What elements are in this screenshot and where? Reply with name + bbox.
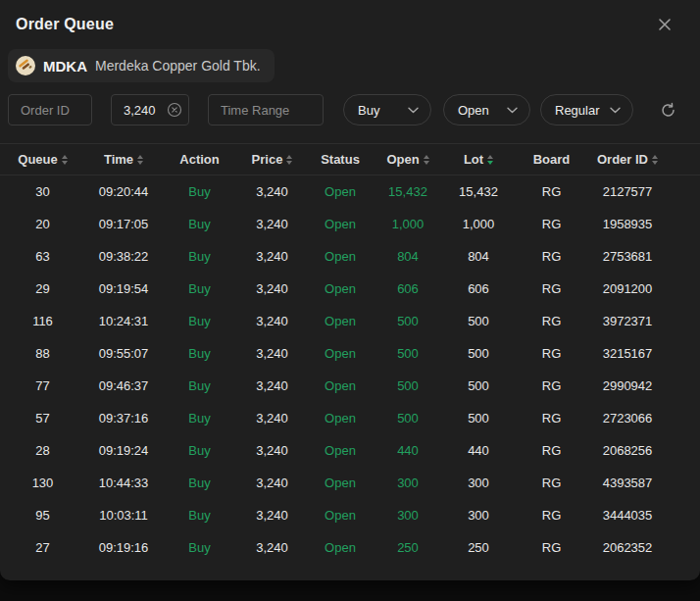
table-row: 2909:19:54Buy3,240Open606606RG2091200 bbox=[0, 273, 700, 305]
sort-icon bbox=[487, 155, 493, 165]
stock-badge-row: MDKA Merdeka Copper Gold Tbk. bbox=[0, 35, 700, 82]
cell-lot: 500 bbox=[442, 370, 515, 402]
cell-action: Buy bbox=[162, 305, 237, 337]
cell-order-id: 2062352 bbox=[588, 531, 700, 564]
cell-open: 440 bbox=[374, 434, 442, 467]
sort-icon bbox=[286, 155, 292, 165]
cell-status: Open bbox=[307, 531, 374, 564]
cell-order-id: 1958935 bbox=[588, 208, 700, 240]
cell-action: Buy bbox=[162, 337, 237, 370]
table-header-row: QueueTimeActionPriceStatusOpenLotBoardOr… bbox=[0, 144, 700, 175]
cell-queue: 29 bbox=[0, 273, 85, 305]
cell-time: 10:03:11 bbox=[85, 499, 162, 531]
cell-status: Open bbox=[307, 240, 374, 273]
column-header-lot[interactable]: Lot bbox=[442, 144, 515, 175]
cell-status: Open bbox=[307, 370, 374, 402]
clear-price-button[interactable] bbox=[167, 102, 182, 118]
cell-queue: 57 bbox=[0, 402, 85, 434]
cell-lot: 606 bbox=[442, 273, 515, 305]
cell-lot: 15,432 bbox=[442, 175, 515, 208]
cell-board: RG bbox=[515, 337, 588, 370]
cell-queue: 130 bbox=[0, 467, 85, 499]
cell-time: 09:19:54 bbox=[85, 273, 162, 305]
cell-status: Open bbox=[307, 337, 374, 370]
cell-time: 09:19:24 bbox=[85, 434, 162, 467]
cell-action: Buy bbox=[162, 273, 237, 305]
side-select-value: Buy bbox=[358, 103, 379, 118]
chevron-down-icon bbox=[408, 107, 419, 114]
column-label: Action bbox=[179, 152, 219, 167]
cell-action: Buy bbox=[162, 499, 237, 531]
cell-order-id: 2990942 bbox=[588, 370, 700, 402]
cell-price: 3,240 bbox=[237, 337, 307, 370]
column-header-price[interactable]: Price bbox=[237, 144, 307, 175]
column-label: Lot bbox=[464, 152, 483, 167]
cell-price: 3,240 bbox=[237, 467, 307, 499]
cell-open: 500 bbox=[374, 337, 442, 370]
cell-order-id: 2753681 bbox=[588, 240, 700, 273]
cell-board: RG bbox=[515, 208, 588, 240]
column-label: Open bbox=[386, 152, 419, 167]
cell-price: 3,240 bbox=[237, 370, 307, 402]
cell-time: 09:46:37 bbox=[85, 370, 162, 402]
order-id-input[interactable] bbox=[8, 94, 92, 125]
column-label: Status bbox=[321, 152, 360, 167]
time-range-input[interactable] bbox=[208, 94, 324, 125]
cell-price: 3,240 bbox=[237, 531, 307, 564]
cell-time: 09:55:07 bbox=[85, 337, 162, 370]
cell-action: Buy bbox=[162, 370, 237, 402]
cell-price: 3,240 bbox=[237, 499, 307, 531]
table-row: 2809:19:24Buy3,240Open440440RG2068256 bbox=[0, 434, 700, 467]
table-row: 5709:37:16Buy3,240Open500500RG2723066 bbox=[0, 402, 700, 434]
cell-board: RG bbox=[515, 273, 588, 305]
cell-price: 3,240 bbox=[237, 305, 307, 337]
cell-board: RG bbox=[515, 531, 588, 564]
cell-time: 09:19:16 bbox=[85, 531, 162, 564]
cell-queue: 88 bbox=[0, 337, 85, 370]
column-header-board: Board bbox=[515, 144, 588, 175]
cell-order-id: 2127577 bbox=[588, 175, 700, 208]
cell-order-id: 3972371 bbox=[588, 305, 700, 337]
table-row: 6309:38:22Buy3,240Open804804RG2753681 bbox=[0, 240, 700, 273]
cell-open: 1,000 bbox=[374, 208, 442, 240]
cell-board: RG bbox=[515, 467, 588, 499]
cell-action: Buy bbox=[162, 240, 237, 273]
table-row: 7709:46:37Buy3,240Open500500RG2990942 bbox=[0, 370, 700, 402]
cell-lot: 250 bbox=[442, 531, 515, 564]
side-select[interactable]: Buy bbox=[343, 94, 431, 125]
cell-order-id: 2091200 bbox=[588, 273, 700, 305]
column-header-queue[interactable]: Queue bbox=[0, 144, 85, 175]
close-icon bbox=[658, 18, 672, 31]
cell-status: Open bbox=[307, 175, 374, 208]
column-header-time[interactable]: Time bbox=[85, 144, 162, 175]
table-row: 9510:03:11Buy3,240Open300300RG3444035 bbox=[0, 499, 700, 531]
table-row: 13010:44:33Buy3,240Open300300RG4393587 bbox=[0, 467, 700, 499]
refresh-button[interactable] bbox=[657, 99, 678, 121]
cell-action: Buy bbox=[162, 402, 237, 434]
status-select[interactable]: Open bbox=[443, 94, 530, 125]
titlebar: Order Queue bbox=[0, 0, 700, 35]
cell-lot: 500 bbox=[442, 337, 515, 370]
cell-time: 10:24:31 bbox=[85, 305, 162, 337]
chevron-down-icon bbox=[507, 107, 518, 114]
board-select[interactable]: Regular bbox=[540, 94, 633, 125]
cell-queue: 30 bbox=[0, 175, 85, 208]
column-header-open[interactable]: Open bbox=[374, 144, 442, 175]
sort-icon bbox=[424, 155, 429, 165]
cell-open: 500 bbox=[374, 305, 442, 337]
cell-open: 804 bbox=[374, 240, 442, 273]
cell-action: Buy bbox=[162, 208, 237, 240]
stock-name: Merdeka Copper Gold Tbk. bbox=[95, 58, 261, 74]
sort-icon bbox=[62, 155, 68, 165]
status-select-value: Open bbox=[458, 103, 489, 118]
cell-board: RG bbox=[515, 175, 588, 208]
cell-time: 09:20:44 bbox=[85, 175, 162, 208]
cell-time: 10:44:33 bbox=[85, 467, 162, 499]
cell-action: Buy bbox=[162, 467, 237, 499]
stock-symbol: MDKA bbox=[43, 58, 87, 75]
column-header-order-id[interactable]: Order ID bbox=[588, 144, 700, 175]
close-button[interactable] bbox=[653, 13, 676, 36]
cell-price: 3,240 bbox=[237, 434, 307, 467]
cell-open: 300 bbox=[374, 499, 442, 531]
cell-lot: 1,000 bbox=[442, 208, 515, 240]
